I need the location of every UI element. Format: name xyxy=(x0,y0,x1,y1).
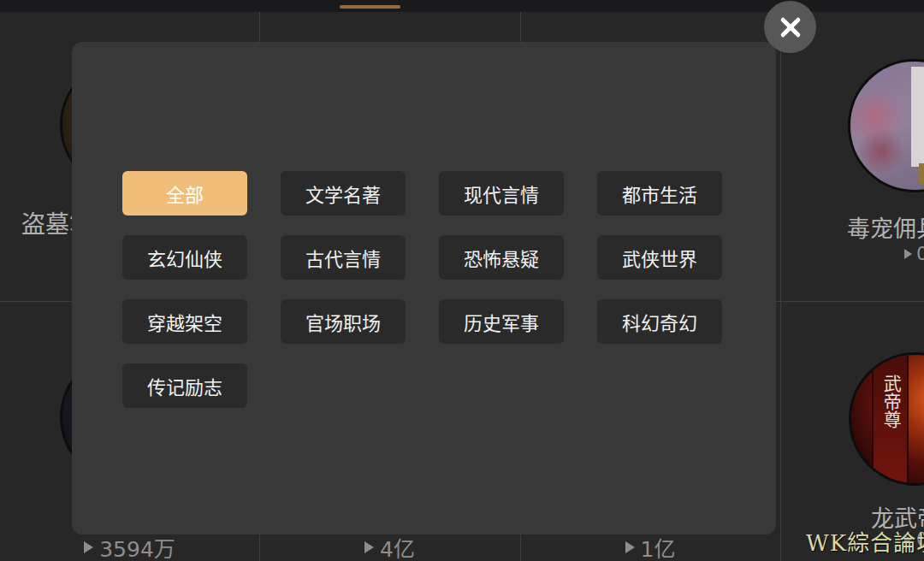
category-button-2[interactable]: 文学名著 xyxy=(281,171,406,216)
category-button-9[interactable]: 穿越架空 xyxy=(122,299,247,344)
play-icon xyxy=(364,541,374,553)
book-title: 毒宠佣兵 xyxy=(847,210,924,244)
watermark: WK綜合論壇 xyxy=(806,525,924,557)
active-tab-indicator xyxy=(340,5,400,9)
play-icon xyxy=(625,541,635,553)
category-filter-modal: 全部文学名著现代言情都市生活玄幻仙侠古代言情恐怖悬疑武侠世界穿越架空官场职场历史… xyxy=(72,42,776,534)
cover-banner: 毒佣王妃 xyxy=(911,67,924,167)
category-button-1[interactable]: 全部 xyxy=(122,171,247,216)
play-count-value: 1亿 xyxy=(641,532,676,561)
book-cover-duchong[interactable]: 毒佣王妃 xyxy=(848,59,924,192)
cover-deco-rect xyxy=(919,163,924,184)
close-icon xyxy=(764,1,816,53)
play-count: 3594万 xyxy=(0,532,259,561)
category-button-10[interactable]: 官场职场 xyxy=(281,299,406,344)
cover-banner: 武帝尊 xyxy=(872,352,909,486)
play-count: 1亿 xyxy=(520,532,780,561)
category-button-3[interactable]: 现代言情 xyxy=(439,171,564,216)
category-button-12[interactable]: 科幻奇幻 xyxy=(597,299,722,344)
category-button-7[interactable]: 恐怖悬疑 xyxy=(439,235,564,280)
category-button-5[interactable]: 玄幻仙侠 xyxy=(122,235,247,280)
grid-divider-vertical xyxy=(780,12,781,561)
cover-flower-art xyxy=(858,128,904,174)
play-count: 0 xyxy=(904,243,924,264)
app-screen: 毒佣王妃 武帝尊 盗墓笔记 毒宠佣兵 龙武帝 3594万 4亿 1亿 0 xyxy=(0,0,924,561)
play-icon xyxy=(84,541,93,553)
category-button-8[interactable]: 武侠世界 xyxy=(597,235,722,280)
category-grid: 全部文学名著现代言情都市生活玄幻仙侠古代言情恐怖悬疑武侠世界穿越架空官场职场历史… xyxy=(122,171,722,408)
play-icon xyxy=(904,249,912,259)
play-count-value: 4亿 xyxy=(380,532,415,561)
category-button-13[interactable]: 传记励志 xyxy=(122,363,247,408)
play-count: 4亿 xyxy=(259,532,520,561)
close-button[interactable] xyxy=(764,1,816,53)
play-count-value: 3594万 xyxy=(99,532,175,561)
category-button-6[interactable]: 古代言情 xyxy=(281,235,406,280)
cover-calligraphy-text: 武帝尊 xyxy=(879,375,902,428)
category-button-4[interactable]: 都市生活 xyxy=(597,171,722,216)
book-cover-longwu[interactable]: 武帝尊 xyxy=(849,352,924,486)
category-button-11[interactable]: 历史军事 xyxy=(439,299,564,344)
play-count-value: 0 xyxy=(916,243,924,264)
